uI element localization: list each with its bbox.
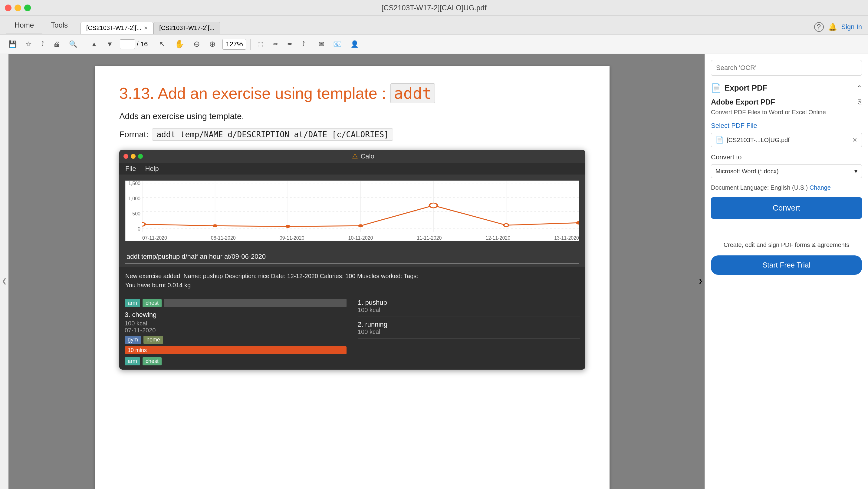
next-page-button[interactable]: ▼	[104, 39, 116, 49]
close-button[interactable]	[5, 4, 11, 11]
zoom-in-button[interactable]: ⊕	[207, 38, 218, 50]
titlebar: [CS2103T-W17-2][CALO]UG.pdf	[0, 0, 868, 16]
chart-svg	[142, 181, 579, 232]
select-pdf-label[interactable]: Select PDF File	[711, 122, 862, 130]
progress-bar: 10 mins	[125, 346, 346, 354]
app-bottom-left: arm chest 3. chewing 100 kcal 07-11-2020…	[119, 294, 352, 370]
tag-bar: arm chest	[125, 299, 346, 307]
export-pdf-icon: 📄	[711, 83, 721, 93]
x-label-2: 09-11-2020	[280, 235, 305, 241]
exercise-cals: 100 kcal	[125, 320, 346, 327]
collapse-button[interactable]: ⌃	[857, 84, 862, 92]
svg-point-15	[430, 203, 437, 208]
menu-file[interactable]: File	[125, 165, 136, 173]
tag-home: home	[144, 336, 163, 344]
tag-bg	[164, 299, 346, 307]
nav-tab-home[interactable]: Home	[6, 17, 42, 34]
doc-tab-close-0[interactable]: ✕	[144, 25, 148, 31]
y-label-1500: 1,500	[128, 181, 141, 186]
doc-tab-0[interactable]: [CS2103T-W17-2][... ✕	[81, 22, 153, 34]
start-trial-button[interactable]: Start Free Trial	[711, 255, 862, 275]
file-remove-button[interactable]: ✕	[852, 136, 858, 144]
format-code: addt temp/NAME d/DESCRIPTION at/DATE [c/…	[152, 128, 393, 141]
doc-tab-1[interactable]: [CS2103T-W17-2][...	[153, 22, 220, 34]
app-warning-icon: ⚠	[352, 152, 358, 160]
adobe-header-row: Adobe Export PDF ⎘	[711, 98, 862, 109]
file-icon: 📄	[715, 136, 724, 144]
convert-to-select[interactable]: Microsoft Word (*.docx) ▾	[711, 164, 862, 178]
output-line2: You have burnt 0.014 kg	[125, 281, 579, 290]
annotation-button[interactable]: ⬚	[255, 39, 266, 49]
app-title: ⚠ Calo	[352, 152, 374, 160]
app-titlebar: ⚠ Calo	[119, 150, 585, 163]
chevron-down-icon: ▾	[855, 168, 858, 175]
print-button[interactable]: 🖨	[51, 39, 62, 49]
app-output: New exercise added: Name: pushup Descrip…	[119, 267, 585, 294]
maximize-button[interactable]	[24, 4, 31, 11]
x-label-0: 07-11-2020	[142, 235, 167, 241]
notifications-icon[interactable]: 🔔	[828, 23, 837, 31]
page-input[interactable]: 12	[120, 39, 135, 49]
page-total: 16	[141, 40, 148, 48]
exercise-item-0: 1. pushup 100 kcal	[358, 299, 580, 317]
select-tool-button[interactable]: ↖	[156, 38, 168, 50]
save-button[interactable]: 💾	[6, 39, 19, 49]
adobe-export-title: Adobe Export PDF	[711, 98, 775, 106]
minimize-button[interactable]	[14, 4, 21, 11]
convert-button[interactable]: Convert	[711, 197, 862, 219]
tag-arm: arm	[125, 299, 140, 307]
app-close-button[interactable]	[123, 154, 128, 159]
sign-in-button[interactable]: Sign In	[841, 23, 862, 31]
mail-button[interactable]: 📧	[331, 39, 344, 49]
stamp-button[interactable]: ⤴	[299, 39, 308, 49]
help-icon[interactable]: ?	[814, 22, 824, 32]
x-label-6: 13-11-2020	[554, 235, 579, 241]
tag-arm2: arm	[125, 357, 140, 365]
exercise-item-name-1: 2. running	[358, 320, 580, 328]
export-pdf-header: 📄 Export PDF ⌃	[711, 83, 862, 93]
app-minimize-button[interactable]	[131, 154, 135, 159]
prev-page-button[interactable]: ▲	[88, 39, 100, 49]
y-label-0: 0	[138, 226, 141, 232]
app-maximize-button[interactable]	[138, 154, 143, 159]
comment-button[interactable]: ✉	[316, 39, 327, 49]
draw-button[interactable]: ✒	[285, 39, 295, 49]
export-title-row: 📄 Export PDF	[711, 83, 768, 93]
exercise-date: 07-11-2020	[125, 327, 346, 334]
nav-tab-tools[interactable]: Tools	[42, 17, 76, 34]
app-command-input[interactable]	[125, 250, 579, 264]
edit-button[interactable]: ✏	[270, 39, 281, 49]
change-language-link[interactable]: Change	[810, 184, 831, 191]
copy-icon[interactable]: ⎘	[858, 98, 862, 106]
selected-file-name: [CS2103T-...LO]UG.pdf	[727, 137, 849, 144]
adobe-export-desc: Convert PDF Files to Word or Excel Onlin…	[711, 109, 862, 116]
share-button[interactable]: ⤴	[38, 39, 46, 49]
zoom-out-button[interactable]: ⊖	[191, 38, 203, 50]
svg-point-12	[213, 224, 217, 227]
user-button[interactable]: 👤	[348, 39, 361, 49]
divider3	[250, 39, 251, 50]
search-button[interactable]: 🔍	[67, 39, 80, 49]
app-window: ⚠ Calo File Help 1,500 1,000	[119, 150, 585, 370]
bookmark-button[interactable]: ☆	[23, 39, 34, 49]
menu-help[interactable]: Help	[145, 165, 159, 173]
app-input-area	[119, 247, 585, 267]
right-nav-arrow[interactable]: ❯	[696, 54, 705, 489]
right-sidebar: 📄 Export PDF ⌃ Adobe Export PDF ⎘ Conver…	[705, 54, 868, 489]
exercise-name: 3. chewing	[125, 311, 346, 319]
tag-chest2: chest	[143, 357, 162, 365]
main-layout: ❮ 3.13. Add an exercise using template :…	[0, 54, 868, 489]
zoom-level-select[interactable]: 127%	[222, 39, 246, 50]
toolbar: 💾 ☆ ⤴ 🖨 🔍 ▲ ▼ 12 / 16 ↖ ✋ ⊖ ⊕ 127% ⬚ ✏ ✒…	[0, 34, 868, 54]
ocr-search-input[interactable]	[711, 60, 862, 76]
format-line: Format: addt temp/NAME d/DESCRIPTION at/…	[119, 128, 585, 141]
tag-gym: gym	[125, 336, 141, 344]
left-nav-arrow[interactable]: ❮	[0, 54, 8, 489]
section-code: addt	[391, 83, 435, 103]
exercise-item-name-0: 1. pushup	[358, 299, 580, 307]
page-number: 12 / 16	[120, 39, 148, 49]
app-bottom-right: 1. pushup 100 kcal 2. running 100 kcal	[352, 294, 585, 370]
exercise-item-1: 2. running 100 kcal	[358, 320, 580, 339]
hand-tool-button[interactable]: ✋	[172, 38, 187, 50]
svg-point-17	[576, 221, 579, 225]
